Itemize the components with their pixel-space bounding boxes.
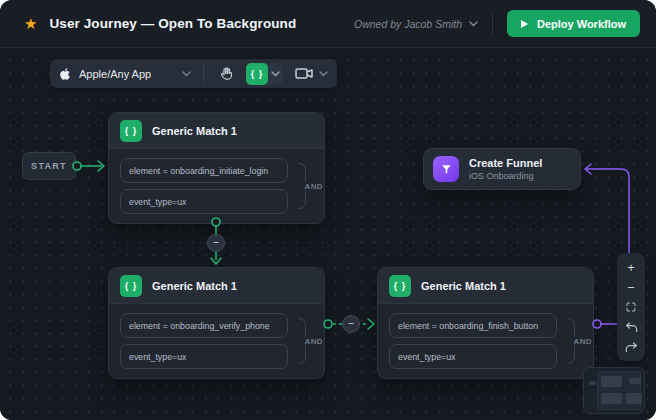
play-icon <box>521 20 528 28</box>
braces-icon: { } <box>389 275 411 297</box>
canvas-toolbar: Apple/Any App { } <box>50 59 337 88</box>
braces-icon: { } <box>120 120 142 142</box>
hand-icon <box>219 66 234 81</box>
operator-label: AND <box>304 337 323 346</box>
apple-icon <box>59 67 71 81</box>
minimap-node <box>626 393 642 404</box>
pan-tool-button[interactable] <box>214 62 238 86</box>
funnel-node-title: Create Funnel <box>469 157 542 169</box>
minimap-node <box>601 393 622 404</box>
funnel-node-text: Create Funnel iOS Onboarding <box>469 157 542 181</box>
fit-view-icon <box>625 301 637 313</box>
condition-field[interactable]: event_type=ux <box>389 344 557 369</box>
zoom-in-button[interactable]: + <box>618 257 644 277</box>
redo-icon <box>625 342 638 353</box>
chevron-down-icon[interactable] <box>268 71 283 77</box>
edge-remove-button[interactable]: − <box>342 315 360 333</box>
zoom-out-button[interactable]: − <box>618 277 644 297</box>
braces-icon: { } <box>120 275 142 297</box>
funnel-icon <box>433 156 459 182</box>
condition-field[interactable]: element = onboarding_initiate_login <box>120 158 288 183</box>
match-node-title: Generic Match 1 <box>152 125 237 137</box>
minimap-node <box>629 378 641 384</box>
page-title: User Journey — Open To Background <box>49 16 296 31</box>
start-node[interactable]: START <box>22 152 76 180</box>
operator-label: AND <box>573 337 592 346</box>
condition-field[interactable]: element = onboarding_verify_phone <box>120 313 288 338</box>
match-node-header: { } Generic Match 1 <box>378 268 593 304</box>
zoom-panel: + − <box>617 253 645 361</box>
condition-field[interactable]: element = onboarding_finish_button <box>389 313 557 338</box>
condition-field[interactable]: event_type=ux <box>120 189 288 214</box>
app-selector-label: Apple/Any App <box>79 68 151 80</box>
code-braces-icon[interactable]: { } <box>246 63 268 85</box>
workflow-editor-window: ★ User Journey — Open To Background Owne… <box>0 0 656 420</box>
match-node-header: { } Generic Match 1 <box>109 268 324 304</box>
funnel-node-subtitle: iOS Onboarding <box>469 171 542 181</box>
divider <box>203 65 204 82</box>
redo-button[interactable] <box>618 337 644 357</box>
match-node-title: Generic Match 1 <box>421 280 506 292</box>
owner-menu[interactable]: Owned by Jacob Smith <box>354 18 478 30</box>
deploy-button-label: Deploy Workflow <box>537 18 626 30</box>
favorite-star-icon[interactable]: ★ <box>24 16 37 31</box>
match-node-header: { } Generic Match 1 <box>109 113 324 149</box>
match-node-2[interactable]: { } Generic Match 1 element = onboarding… <box>108 267 325 379</box>
edge-remove-button[interactable]: − <box>207 234 225 252</box>
minimap-node <box>601 376 622 387</box>
top-bar: ★ User Journey — Open To Background Owne… <box>0 0 656 48</box>
start-node-label: START <box>31 161 67 171</box>
create-funnel-node[interactable]: Create Funnel iOS Onboarding <box>423 148 581 190</box>
top-bar-right: Owned by Jacob Smith Deploy Workflow <box>354 10 640 37</box>
match-node-title: Generic Match 1 <box>152 280 237 292</box>
video-camera-icon <box>295 67 313 80</box>
fit-view-button[interactable] <box>618 297 644 317</box>
match-node-1[interactable]: { } Generic Match 1 element = onboarding… <box>108 112 325 224</box>
match-tool-group[interactable]: { } <box>246 63 283 85</box>
app-selector[interactable]: Apple/Any App <box>59 67 191 81</box>
owner-label: Owned by Jacob Smith <box>354 18 462 30</box>
chevron-down-icon <box>182 71 191 77</box>
operator-label: AND <box>304 182 323 191</box>
match-node-3[interactable]: { } Generic Match 1 element = onboarding… <box>377 267 594 379</box>
match-node-body: element = onboarding_finish_button event… <box>378 304 593 378</box>
undo-icon <box>625 322 638 333</box>
minimap-node <box>589 381 596 385</box>
deploy-workflow-button[interactable]: Deploy Workflow <box>507 10 640 37</box>
match-node-body: element = onboarding_initiate_login even… <box>109 149 324 223</box>
undo-button[interactable] <box>618 317 644 337</box>
chevron-down-icon <box>319 71 328 77</box>
record-tool-group[interactable] <box>295 67 328 80</box>
minimap[interactable] <box>583 367 645 414</box>
divider <box>492 14 493 34</box>
match-node-body: element = onboarding_verify_phone event_… <box>109 304 324 378</box>
chevron-down-icon <box>469 21 478 27</box>
condition-field[interactable]: event_type=ux <box>120 344 288 369</box>
